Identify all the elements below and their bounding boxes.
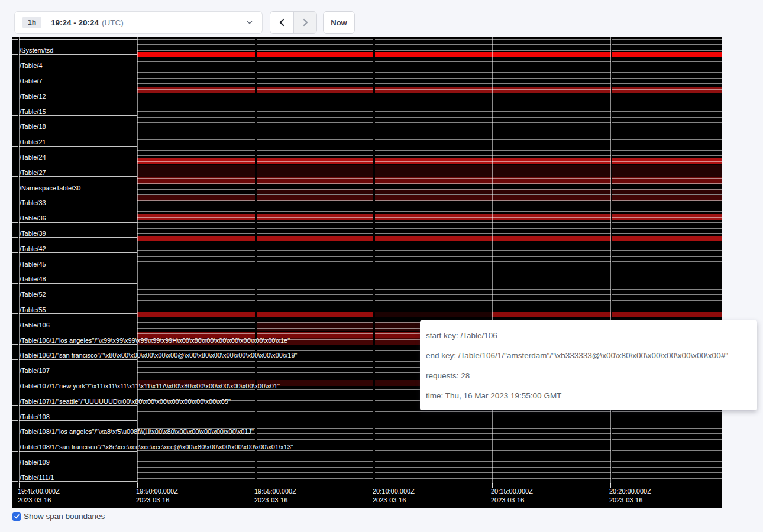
- span-boundary-line: [137, 145, 722, 145]
- heat-band[interactable]: [137, 52, 722, 57]
- time-axis-label: 20:10:00.000Z2023-03-16: [373, 487, 415, 505]
- span-boundary-line: [137, 217, 722, 218]
- span-boundary-line: [137, 478, 722, 479]
- time-axis-label: 20:20:00.000Z2023-03-16: [609, 487, 651, 505]
- span-boundary-line: [137, 56, 722, 56]
- span-boundary-line: [137, 467, 722, 468]
- row-label: /Table/39: [20, 230, 46, 238]
- span-boundary-line: [137, 484, 722, 484]
- row-label: /Table/42: [20, 245, 46, 253]
- span-boundary-line: [137, 117, 722, 118]
- tooltip-time: time: Thu, 16 Mar 2023 19:55:00 GMT: [426, 388, 751, 408]
- heat-band[interactable]: [137, 87, 722, 93]
- span-boundary-line: [137, 267, 722, 267]
- span-boundary-line: [137, 78, 722, 79]
- row-label: /Table/7: [20, 77, 43, 85]
- span-boundary-line: [137, 50, 722, 51]
- time-axis-label-date: 2023-03-16: [18, 496, 60, 505]
- span-boundary-line: [137, 89, 722, 90]
- time-axis-label-time: 19:45:00.000Z: [18, 487, 60, 496]
- row-label: /Table/108: [20, 413, 50, 421]
- row-label: /Table/109: [20, 459, 50, 466]
- checkmark-icon: [14, 513, 20, 520]
- row-label: /Table/106/1/"san francisco"/"\x80\x00\x…: [20, 352, 298, 359]
- span-boundary-line: [137, 44, 722, 45]
- show-span-boundaries-checkbox[interactable]: [12, 512, 21, 521]
- row-label: /Table/24: [20, 154, 46, 161]
- row-label: /Table/27: [20, 169, 46, 177]
- show-span-boundaries-label: Show span boundaries: [24, 512, 105, 521]
- row-label: /Table/111/1: [20, 474, 54, 482]
- span-boundary-line: [137, 456, 722, 456]
- timezone-label: (UTC): [102, 18, 124, 27]
- span-boundary-line: [137, 111, 722, 112]
- chevron-right-icon: [300, 18, 310, 27]
- row-label: /Table/4: [20, 62, 43, 70]
- span-boundary-line: [137, 206, 722, 206]
- now-button[interactable]: Now: [323, 11, 355, 34]
- span-boundary-line: [137, 222, 722, 223]
- prev-interval-button[interactable]: [270, 12, 293, 33]
- span-boundary-line: [137, 211, 722, 212]
- span-boundary-line: [12, 39, 137, 40]
- time-axis-label-date: 2023-03-16: [254, 496, 296, 505]
- span-boundary-line: [137, 417, 722, 417]
- span-boundary-line: [137, 139, 722, 140]
- row-label: /Table/107/1/"new york"/"\x11\x11\x11\x1…: [20, 382, 280, 390]
- row-label: /Table/21: [20, 138, 46, 146]
- span-boundary-line: [137, 294, 722, 295]
- span-boundary-line: [137, 289, 722, 290]
- time-axis-label-time: 19:55:00.000Z: [254, 487, 296, 496]
- time-axis-label-time: 20:10:00.000Z: [373, 487, 415, 496]
- toolbar: 1h 19:24 - 20:24 (UTC) Now: [0, 0, 763, 37]
- span-boundary-line: [137, 273, 722, 273]
- span-boundary-line: [137, 439, 722, 440]
- span-boundary-line: [137, 194, 722, 195]
- time-gridline: [373, 37, 375, 484]
- row-label: /Table/55: [20, 306, 46, 314]
- row-label: /Table/106/1/"los angeles"/"\x99\x99\x99…: [20, 337, 290, 345]
- span-boundary-line: [137, 306, 722, 306]
- span-boundary-line: [137, 411, 722, 412]
- span-boundary-line: [137, 95, 722, 95]
- span-boundary-line: [137, 161, 722, 162]
- time-axis-label: 19:55:00.000Z2023-03-16: [254, 487, 296, 505]
- row-label: /Table/15: [20, 108, 46, 116]
- span-boundary-line: [137, 256, 722, 257]
- span-boundary-line: [137, 67, 722, 67]
- key-visualizer-page: 1h 19:24 - 20:24 (UTC) Now /System/t: [0, 0, 763, 532]
- span-boundary-line: [137, 122, 722, 123]
- span-boundary-line: [137, 72, 722, 73]
- span-boundary-line: [137, 106, 722, 106]
- time-axis-label-date: 2023-03-16: [136, 496, 178, 505]
- span-boundary-line: [137, 150, 722, 151]
- time-range-selector[interactable]: 1h 19:24 - 20:24 (UTC): [14, 11, 263, 34]
- span-boundary-line: [137, 423, 722, 423]
- span-boundary-line: [137, 239, 722, 239]
- next-interval-button[interactable]: [293, 12, 316, 33]
- span-boundary-line: [137, 261, 722, 262]
- row-label: /Table/48: [20, 275, 46, 283]
- span-boundary-line: [137, 233, 722, 234]
- row-label: /Table/33: [20, 199, 46, 207]
- span-boundary-line: [137, 245, 722, 245]
- time-gridline: [137, 37, 138, 484]
- time-axis-label-date: 2023-03-16: [373, 496, 415, 505]
- span-boundary-line: [137, 317, 722, 317]
- time-gridline: [255, 37, 257, 484]
- tooltip-requests: requests: 28: [426, 368, 751, 388]
- row-label: /Table/45: [20, 261, 46, 268]
- row-label: /Table/107/1/"seattle"/"UUUUUUD\x00\x80\…: [20, 398, 231, 406]
- chevron-down-icon: [245, 18, 254, 27]
- span-boundary-line: [137, 178, 722, 179]
- row-label: /Table/107: [20, 367, 50, 375]
- span-boundary-line: [137, 134, 722, 134]
- span-boundary-line: [137, 83, 722, 84]
- key-visualizer-canvas[interactable]: /System/tsd/Table/4/Table/7/Table/12/Tab…: [12, 37, 722, 508]
- row-label: /NamespaceTable/30: [20, 184, 80, 192]
- span-boundary-line: [137, 472, 722, 473]
- time-axis-label-date: 2023-03-16: [609, 496, 651, 505]
- time-nav-group: [270, 11, 317, 34]
- span-boundary-line: [137, 300, 722, 301]
- span-boundaries-control: Show span boundaries: [12, 512, 105, 521]
